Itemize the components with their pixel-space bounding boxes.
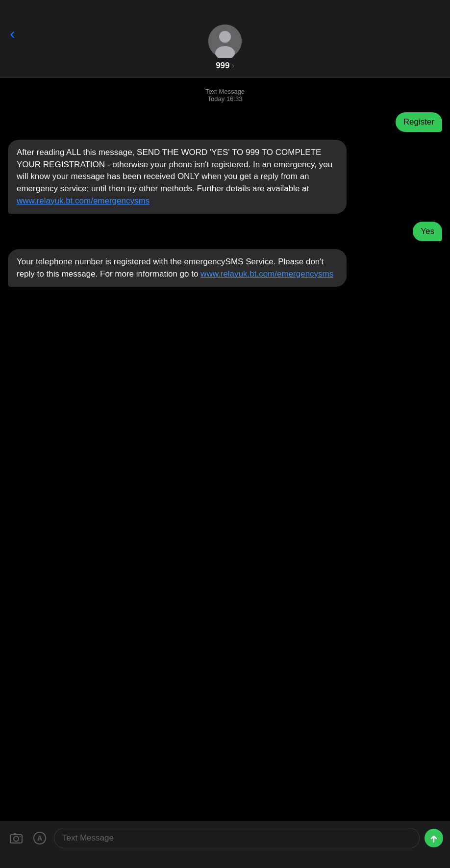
message-bubble-sent-1: Register xyxy=(396,112,442,132)
contact-detail-chevron-icon: › xyxy=(232,61,234,70)
message-input-container[interactable]: Text Message xyxy=(54,828,420,848)
contact-name-row[interactable]: 999 › xyxy=(216,61,234,71)
message-input-placeholder: Text Message xyxy=(62,833,114,843)
header: ‹ 999 › xyxy=(0,0,450,78)
message-row-received-1: After reading ALL this message, SEND THE… xyxy=(8,140,442,214)
svg-point-1 xyxy=(219,31,231,43)
svg-point-6 xyxy=(20,836,21,837)
message-bubble-received-2: Your telephone number is registered with… xyxy=(8,249,347,287)
message-bubble-sent-2: Yes xyxy=(413,222,442,241)
message-row-sent-2: Yes xyxy=(8,222,442,241)
send-icon xyxy=(429,833,439,843)
contact-name: 999 xyxy=(216,61,229,71)
contact-avatar xyxy=(208,25,242,58)
message-row-sent-1: Register xyxy=(8,112,442,132)
person-icon xyxy=(208,25,242,58)
svg-point-4 xyxy=(14,837,19,842)
message-text: After reading ALL this message, SEND THE… xyxy=(17,148,332,193)
message-text: Register xyxy=(403,117,434,127)
back-chevron-icon: ‹ xyxy=(10,26,15,41)
camera-icon xyxy=(9,831,23,845)
svg-rect-5 xyxy=(14,833,16,835)
message-bubble-received-1: After reading ALL this message, SEND THE… xyxy=(8,140,347,214)
svg-text:A: A xyxy=(37,834,42,842)
camera-button[interactable] xyxy=(7,829,25,847)
message-link-1[interactable]: www.relayuk.bt.com/emergencysms xyxy=(17,196,150,205)
appstore-icon: A xyxy=(33,831,47,845)
send-button[interactable] xyxy=(425,829,443,847)
bottom-toolbar: A Text Message xyxy=(0,821,450,868)
appstore-button[interactable]: A xyxy=(30,829,49,847)
message-link-2[interactable]: www.relayuk.bt.com/emergencysms xyxy=(200,269,333,279)
message-text: Yes xyxy=(421,227,434,236)
timestamp-label: Text Message Today 16:33 xyxy=(8,88,442,102)
message-row-received-2: Your telephone number is registered with… xyxy=(8,249,442,287)
messages-area: Text Message Today 16:33 Register After … xyxy=(0,78,450,821)
back-button[interactable]: ‹ xyxy=(10,27,15,41)
